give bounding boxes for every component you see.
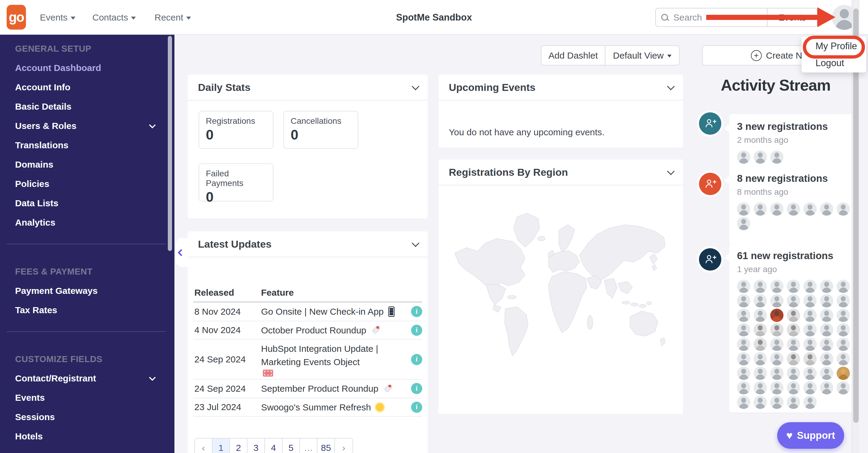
- avatar: [787, 309, 800, 322]
- sidebar-item-hotels[interactable]: Hotels: [15, 427, 157, 446]
- app-logo[interactable]: go: [7, 5, 26, 30]
- sidebar-item-domains[interactable]: Domains: [15, 155, 157, 174]
- released-date: 8 Nov 2024: [193, 306, 261, 317]
- avatar: [770, 338, 783, 351]
- sidebar-item-analytics[interactable]: Analytics: [15, 213, 157, 232]
- feature-name[interactable]: Swoogo's Summer Refresh: [261, 401, 406, 414]
- user-menu-item-my-profile[interactable]: My Profile: [802, 38, 866, 55]
- nav-menu-contacts[interactable]: Contacts: [92, 0, 136, 35]
- activity-entry[interactable]: 61 new registrations1 year ago: [729, 243, 854, 413]
- search-input[interactable]: Search: [656, 12, 767, 23]
- sidebar-item-label: Analytics: [15, 217, 55, 228]
- info-icon[interactable]: i: [411, 383, 422, 394]
- sidebar-collapse-tab[interactable]: [176, 238, 188, 267]
- user-menu-item-logout[interactable]: Logout: [802, 55, 866, 71]
- avatar: [820, 309, 833, 322]
- avatar: [803, 396, 817, 409]
- avatar: [820, 338, 833, 351]
- activity-entry-time: 8 months ago: [737, 187, 846, 197]
- chevron-down-icon: [149, 374, 156, 381]
- feature-name[interactable]: October Product Roundup: [261, 324, 406, 337]
- page-button-3[interactable]: 3: [247, 439, 265, 453]
- page-button-4[interactable]: 4: [265, 439, 282, 453]
- sidebar-item-users-roles[interactable]: Users & Roles: [15, 116, 157, 135]
- avatar: [754, 309, 767, 322]
- feature-label: September Product Roundup: [261, 382, 378, 395]
- avatar: [737, 352, 750, 365]
- info-icon[interactable]: i: [411, 354, 422, 365]
- page-button-1[interactable]: 1: [213, 439, 230, 453]
- search-icon: [661, 13, 669, 22]
- released-date: 24 Sep 2024: [193, 384, 261, 394]
- info-icon[interactable]: i: [411, 402, 422, 413]
- sidebar-item-label: Account Info: [15, 82, 70, 92]
- avatar: [820, 323, 833, 336]
- sidebar-scrollbar-thumb[interactable]: [168, 36, 172, 251]
- page-ellipsis: …: [300, 439, 317, 453]
- chevron-down-icon: [149, 122, 156, 129]
- stat-label: Failed Payments: [206, 169, 266, 188]
- sidebar-item-account-info[interactable]: Account Info: [15, 78, 157, 97]
- avatar: [770, 367, 783, 380]
- add-dashlet-label: Add Dashlet: [548, 51, 597, 61]
- sidebar-item-contact-registrant[interactable]: Contact/Registrant: [15, 369, 157, 388]
- activity-entry[interactable]: 8 new registrations8 months ago: [729, 166, 854, 244]
- sidebar-item-payment-gateways[interactable]: Payment Gateways: [15, 281, 157, 301]
- sidebar-item-account-dashboard[interactable]: Account Dashboard: [15, 58, 157, 78]
- avatar: [787, 338, 800, 351]
- activity-entry-time: 2 months ago: [737, 135, 846, 145]
- table-row: 8 Nov 2024Go Onsite | New Check-in Appi: [193, 303, 422, 321]
- avatar: [770, 381, 783, 394]
- page-button-85[interactable]: 85: [317, 439, 335, 453]
- avatar: [737, 381, 750, 394]
- sidebar-item-data-lists[interactable]: Data Lists: [15, 193, 157, 213]
- person-add-icon: [699, 173, 721, 195]
- chevron-down-icon[interactable]: [412, 83, 419, 90]
- rocket-emoji: [383, 384, 393, 393]
- avatar: [754, 150, 767, 164]
- pagination: ‹12345…85›: [194, 438, 353, 453]
- chevron-down-icon[interactable]: [412, 239, 419, 247]
- chevron-down-icon[interactable]: [667, 83, 675, 90]
- sidebar-item-events[interactable]: Events: [15, 388, 157, 407]
- sidebar-item-policies[interactable]: Policies: [15, 174, 157, 193]
- iphone-emoji: [389, 306, 395, 317]
- nav-menu-label: Contacts: [92, 12, 128, 23]
- sidebar-item-label: Translations: [15, 140, 68, 150]
- activity-entry-title: 8 new registrations: [737, 173, 846, 184]
- search-scope-dropdown[interactable]: Events: [767, 8, 817, 26]
- default-view-dropdown[interactable]: Default View: [605, 46, 679, 65]
- add-dashlet-button[interactable]: Add Dashlet: [541, 46, 605, 65]
- latest-updates-table: Released Feature 8 Nov 2024Go Onsite | N…: [188, 288, 428, 453]
- nav-menu-events[interactable]: Events: [40, 0, 75, 35]
- info-icon[interactable]: i: [411, 325, 422, 336]
- nav-menu-recent[interactable]: Recent: [155, 0, 191, 35]
- activity-entry-title: 61 new registrations: [737, 250, 846, 262]
- feature-name[interactable]: September Product Roundup: [261, 382, 406, 395]
- sidebar-item-translations[interactable]: Translations: [15, 135, 157, 155]
- activity-stream-title: Activity Stream: [700, 76, 851, 94]
- page-button-2[interactable]: 2: [230, 439, 247, 453]
- sidebar-item-sessions[interactable]: Sessions: [15, 407, 157, 427]
- rocket-emoji: [371, 325, 381, 335]
- page-next-button[interactable]: ›: [335, 439, 352, 453]
- page-prev-button[interactable]: ‹: [195, 439, 213, 453]
- feature-name[interactable]: Go Onsite | New Check-in App: [261, 305, 406, 318]
- avatar: [787, 381, 800, 394]
- heart-icon: ♥: [786, 430, 793, 441]
- chevron-down-icon[interactable]: [667, 167, 675, 175]
- sidebar-item-label: Basic Details: [15, 101, 71, 112]
- feature-name[interactable]: HubSpot Integration Update | Marketing E…: [261, 342, 406, 376]
- avatar-grid: [737, 150, 852, 164]
- info-icon[interactable]: i: [411, 306, 422, 317]
- sidebar-item-tax-rates[interactable]: Tax Rates: [15, 301, 157, 320]
- avatar: [770, 280, 783, 293]
- page-button-5[interactable]: 5: [282, 439, 300, 453]
- avatar: [837, 367, 850, 380]
- sun-emoji: [376, 403, 384, 411]
- activity-entry[interactable]: 3 new registrations2 months ago: [729, 114, 854, 172]
- sidebar-item-basic-details[interactable]: Basic Details: [15, 97, 157, 116]
- stat-label: Registrations: [206, 116, 266, 126]
- stat-tile-registrations: Registrations0: [198, 111, 273, 149]
- support-button[interactable]: ♥ Support: [777, 422, 844, 449]
